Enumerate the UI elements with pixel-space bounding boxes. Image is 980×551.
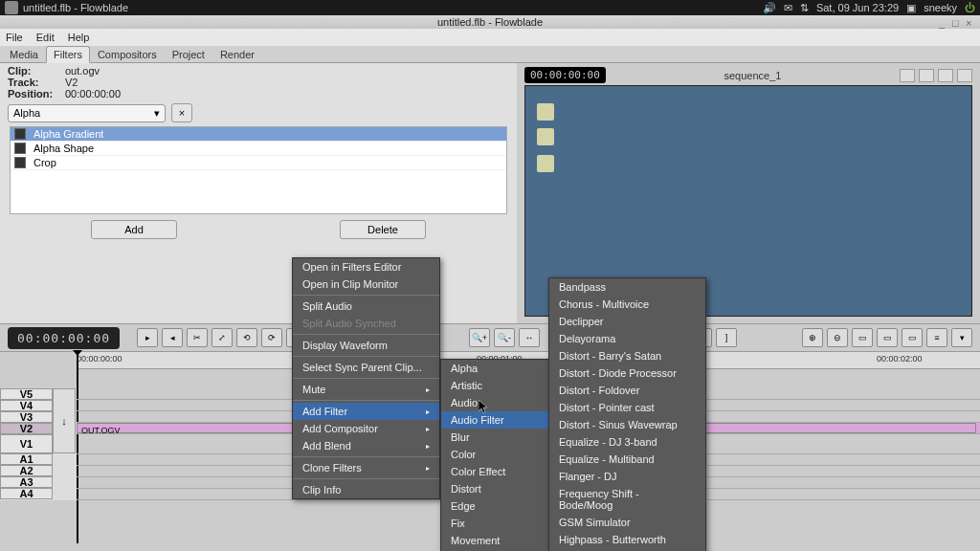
tool-btn[interactable]: ▸ [137,328,158,347]
monitor-btn-2[interactable] [919,69,934,82]
extract-button[interactable]: ▭ [902,328,923,347]
audio-filter-submenu-item[interactable]: GSM Simulator [549,514,705,531]
sequence-name: sequence_1 [724,70,781,81]
mode-button[interactable]: ≡ [926,328,947,347]
clip-label: Clip: [8,65,65,77]
audio-filter-submenu-item[interactable]: Highpass - Butterworth [549,531,705,548]
audio-filter-submenu-item[interactable]: Chorus - Multivoice [549,296,705,313]
tool-btn[interactable]: ◂ [162,328,183,347]
audio-filter-submenu-item[interactable]: Distort - Pointer cast [549,399,705,416]
track-expand-button[interactable]: ↓ [53,388,76,453]
track-headers: V5 V4 V3 V2 V1 A1 A2 A3 A4 ↓ [0,388,77,500]
maximize-button[interactable]: □ [952,17,962,27]
audio-filter-submenu-item[interactable]: Equalize - Multiband [549,451,705,468]
close-button[interactable]: × [966,17,975,27]
position-label: Position: [8,88,65,99]
network-icon[interactable]: ⇅ [800,2,809,14]
chevron-down-icon: ▾ [154,107,160,120]
track-header-a2[interactable]: A2 [0,465,53,476]
menu-help[interactable]: Help [68,32,90,43]
indicator-icon[interactable]: ▣ [906,2,916,14]
delete-button[interactable]: Delete [340,220,426,239]
checkbox-icon[interactable] [14,143,26,154]
track-header-v2[interactable]: V2 [0,423,53,434]
track-header-v1[interactable]: V1 [0,434,53,453]
audio-filter-submenu-item[interactable]: Frequency Shift - Bode/Moog [549,485,705,514]
context-menu-item[interactable]: Split Audio Synched [293,315,439,332]
filter-item-crop[interactable]: Crop [11,156,506,170]
add-button[interactable]: Add [91,220,177,239]
track-label: V1 [20,438,33,450]
track-header-a4[interactable]: A4 [0,488,53,499]
audio-filter-submenu-item[interactable]: Distort - Diode Processor [549,364,705,382]
filter-category-value: Alpha [13,107,40,120]
filter-item-label: Alpha Gradient [33,128,103,140]
mail-icon[interactable]: ✉ [784,2,792,14]
zoom-fit-button[interactable]: ↔ [519,328,540,347]
context-menu-item[interactable]: Open in Clip Monitor [293,276,439,293]
menu-edit[interactable]: Edit [36,32,55,43]
filter-item-alpha-shape[interactable]: Alpha Shape [11,142,506,156]
context-menu-item[interactable]: Clip Info [293,481,439,498]
speaker-icon[interactable]: 🔊 [763,2,776,14]
checkbox-icon[interactable] [14,128,26,140]
filter-list[interactable]: Alpha Gradient Alpha Shape Crop [10,126,507,214]
power-icon[interactable]: ⏻ [965,2,975,13]
append-button[interactable]: ▭ [852,328,873,347]
filter-item-alpha-gradient[interactable]: Alpha Gradient [11,127,506,142]
context-menu-item[interactable]: Display Waveform [293,337,439,354]
checkbox-icon[interactable] [14,157,26,168]
insert-button[interactable]: ⊕ [802,328,823,347]
tab-filters[interactable]: Filters [46,46,90,63]
audio-filter-submenu-item[interactable]: Declipper [549,313,705,330]
desktop-icon [537,103,554,121]
mark-out-button[interactable]: ] [716,328,737,347]
filter-category-select[interactable]: Alpha ▾ [8,104,166,122]
track-header-v3[interactable]: V3 [0,411,53,423]
audio-filter-submenu-item[interactable]: Distort - Foldover [549,382,705,399]
track-header-v5[interactable]: V5 [0,388,53,400]
track-header-a3[interactable]: A3 [0,476,53,488]
topbar-title: untitled.flb - Flowblade [23,2,128,13]
monitor-btn-3[interactable] [938,69,953,82]
audio-filter-submenu-item[interactable]: Delayorama [549,330,705,347]
audio-filter-submenu-item[interactable]: Flanger - DJ [549,468,705,485]
audio-filter-submenu-item[interactable]: Bandpass [549,278,705,296]
app-icon[interactable] [5,1,18,14]
position-value: 00:00:00:00 [65,88,121,99]
lift-button[interactable]: ▭ [877,328,898,347]
monitor-btn-1[interactable] [900,69,915,82]
tool-btn[interactable]: ⟲ [236,328,257,347]
audio-filter-submenu-item[interactable]: Distort - Barry's Satan [549,347,705,364]
track-header-v4[interactable]: V4 [0,400,53,411]
tab-media[interactable]: Media [2,46,46,62]
tab-project[interactable]: Project [165,46,212,62]
clear-filter-button[interactable]: × [171,103,192,122]
audio-filter-submenu: BandpassChorus - MultivoiceDeclipperDela… [548,277,706,551]
datetime[interactable]: Sat, 09 Jun 23:29 [816,2,899,13]
track-header-a1[interactable]: A1 [0,453,53,465]
monitor-btn-4[interactable] [957,69,972,82]
overwrite-button[interactable]: ⊖ [827,328,848,347]
context-menu-item[interactable]: Add Compositor▸ [293,420,439,437]
tool-btn[interactable]: ⤢ [212,328,233,347]
context-menu-item[interactable]: Add Filter▸ [293,403,439,420]
tool-btn[interactable]: ⟳ [261,328,282,347]
tool-btn[interactable]: ✂ [187,328,208,347]
zoom-out-button[interactable]: 🔍- [494,328,515,347]
context-menu-item[interactable]: Open in Filters Editor [293,258,439,276]
user-name[interactable]: sneeky [924,2,957,13]
context-menu-item[interactable]: Clone Filters▸ [293,459,439,476]
menu-file[interactable]: File [6,32,23,43]
context-menu-item[interactable]: Mute▸ [293,381,439,398]
context-menu-item[interactable]: Split Audio [293,298,439,315]
context-menu-item[interactable]: Add Blend▸ [293,437,439,454]
audio-filter-submenu-item[interactable]: Distort - Sinus Wavewrap [549,416,705,433]
tab-compositors[interactable]: Compositors [90,46,165,62]
context-menu-item[interactable]: Select Sync Parent Clip... [293,359,439,376]
zoom-in-button[interactable]: 🔍+ [469,328,490,347]
menu-button[interactable]: ▾ [951,328,972,347]
tab-render[interactable]: Render [212,46,262,62]
minimize-button[interactable]: _ [939,17,948,27]
audio-filter-submenu-item[interactable]: Equalize - DJ 3-band [549,433,705,451]
